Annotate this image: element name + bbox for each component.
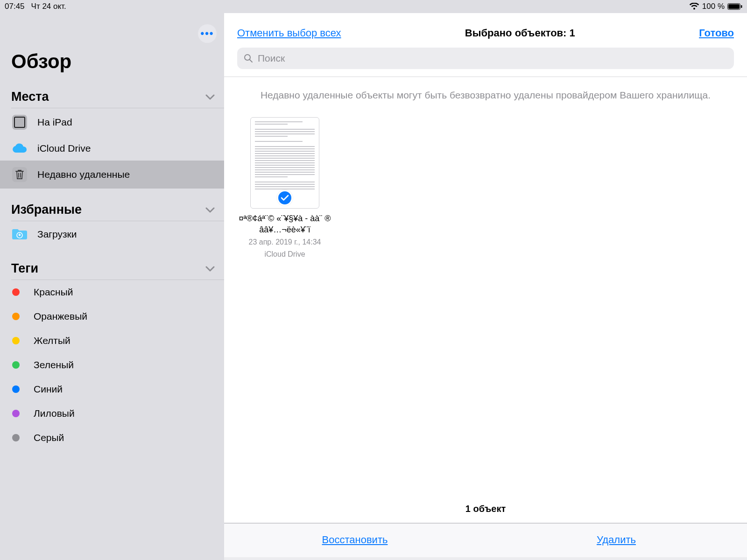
section-label: Места — [11, 90, 49, 104]
file-date: 23 апр. 2019 г., 14:34 — [238, 237, 331, 247]
status-time: 07:45 — [5, 2, 25, 11]
tag-label: Желтый — [34, 335, 213, 346]
battery-icon — [727, 3, 742, 10]
downloads-folder-icon — [11, 228, 28, 241]
bottom-toolbar: Восстановить Удалить — [224, 523, 747, 557]
sidebar-tag-item[interactable]: Желтый — [0, 329, 224, 353]
recover-button[interactable]: Восстановить — [224, 524, 486, 557]
selection-count-title: Выбрано объектов: 1 — [341, 27, 699, 39]
tag-label: Оранжевый — [34, 311, 213, 322]
sidebar-item-label: Недавно удаленные — [37, 169, 213, 180]
tag-color-dot — [12, 385, 20, 393]
browse-sidebar: ••• Обзор Места На iPad iCloud Drive — [0, 13, 224, 560]
svg-point-4 — [245, 55, 250, 60]
tag-color-dot — [12, 361, 20, 369]
tag-label: Серый — [34, 432, 213, 443]
file-item[interactable]: ¤ª®¢áª¨© «¨¥§¥à - àà¨ ®ââ¥…¬ëè«¥¨ï 23 ап… — [238, 117, 331, 259]
sidebar-tag-item[interactable]: Лиловый — [0, 401, 224, 426]
file-grid: ¤ª®¢áª¨© «¨¥§¥à - àà¨ ®ââ¥…¬ëè«¥¨ï 23 ап… — [224, 111, 747, 495]
chevron-down-icon — [205, 266, 215, 272]
svg-line-5 — [250, 60, 252, 62]
tag-color-dot — [12, 288, 20, 296]
sidebar-item-label: На iPad — [37, 117, 213, 128]
sidebar-tag-item[interactable]: Серый — [0, 426, 224, 450]
ellipsis-icon: ••• — [200, 28, 214, 40]
sidebar-item-icloud-drive[interactable]: iCloud Drive — [0, 136, 224, 161]
tag-color-dot — [12, 434, 20, 441]
status-date: Чт 24 окт. — [31, 2, 66, 11]
wifi-icon — [689, 3, 699, 10]
delete-button[interactable]: Удалить — [486, 524, 747, 557]
sidebar-item-on-ipad[interactable]: На iPad — [0, 108, 224, 136]
sidebar-item-label: Загрузки — [37, 229, 213, 240]
sidebar-title: Обзор — [0, 46, 224, 86]
section-label: Избранные — [11, 203, 82, 217]
tag-color-dot — [12, 313, 20, 320]
trash-icon — [12, 167, 27, 182]
tag-color-dot — [12, 337, 20, 344]
deselect-all-button[interactable]: Отменить выбор всех — [237, 27, 341, 39]
chevron-down-icon — [205, 94, 215, 100]
sidebar-tag-item[interactable]: Оранжевый — [0, 304, 224, 329]
section-header-places[interactable]: Места — [0, 86, 224, 108]
selection-toolbar: Отменить выбор всех Выбрано объектов: 1 … — [224, 13, 747, 48]
deleted-items-warning: Недавно удаленные объекты могут быть без… — [224, 77, 747, 111]
tag-color-dot — [12, 410, 20, 417]
status-bar: 07:45 Чт 24 окт. 100 % — [0, 0, 747, 13]
sidebar-item-downloads[interactable]: Загрузки — [0, 221, 224, 247]
svg-rect-2 — [741, 5, 742, 8]
chevron-down-icon — [205, 207, 215, 213]
sidebar-tag-item[interactable]: Синий — [0, 377, 224, 401]
tag-label: Зеленый — [34, 359, 213, 371]
sidebar-item-recently-deleted[interactable]: Недавно удаленные — [0, 161, 224, 189]
more-options-button[interactable]: ••• — [198, 24, 217, 43]
tag-label: Лиловый — [34, 408, 213, 419]
section-header-favorites[interactable]: Избранные — [0, 199, 224, 221]
file-location: iCloud Drive — [238, 249, 331, 259]
content-pane: Отменить выбор всех Выбрано объектов: 1 … — [224, 13, 747, 560]
search-icon — [244, 54, 253, 63]
sidebar-tag-item[interactable]: Красный — [0, 280, 224, 304]
search-placeholder: Поиск — [258, 53, 285, 64]
file-name: ¤ª®¢áª¨© «¨¥§¥à - àà¨ ®ââ¥…¬ëè«¥¨ï — [238, 213, 331, 235]
sidebar-item-label: iCloud Drive — [37, 143, 213, 154]
battery-percent: 100 % — [702, 2, 725, 11]
section-label: Теги — [11, 261, 38, 276]
icloud-icon — [11, 143, 28, 154]
section-header-tags[interactable]: Теги — [0, 258, 224, 280]
done-button[interactable]: Готово — [699, 27, 734, 39]
tag-label: Синий — [34, 384, 213, 395]
sidebar-tag-item[interactable]: Зеленый — [0, 353, 224, 377]
search-input[interactable]: Поиск — [237, 48, 734, 69]
selected-checkmark-icon — [277, 190, 293, 206]
ipad-icon — [12, 115, 27, 130]
tag-label: Красный — [34, 287, 213, 298]
item-count: 1 объект — [224, 495, 747, 523]
svg-rect-1 — [728, 4, 740, 9]
